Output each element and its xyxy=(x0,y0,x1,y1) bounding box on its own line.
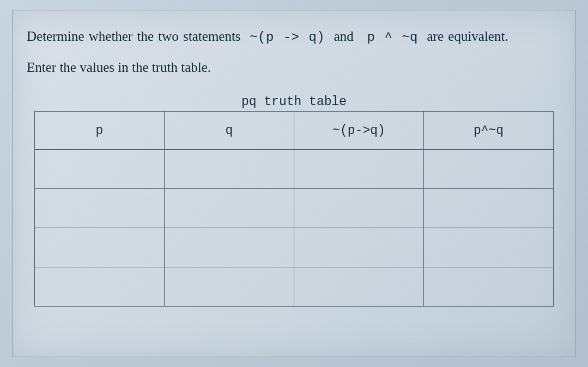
cell-input[interactable] xyxy=(294,189,424,228)
table-row xyxy=(35,267,554,307)
cell-input[interactable] xyxy=(424,228,554,267)
cell-input[interactable] xyxy=(165,228,294,267)
table-caption: pq truth table xyxy=(34,95,554,109)
truth-table-wrap: pq truth table p q ~(p->q) p^~q xyxy=(27,95,561,307)
question-part1: Determine whether the two statements xyxy=(27,29,241,44)
cell-input[interactable] xyxy=(424,150,554,189)
question-text: Determine whether the two statements ~(p… xyxy=(27,26,561,48)
cell-input[interactable] xyxy=(165,150,294,189)
table-row xyxy=(35,189,554,228)
col-header-not-impl: ~(p->q) xyxy=(294,112,424,150)
cell-input[interactable] xyxy=(294,150,424,189)
instruction-text: Enter the values in the truth table. xyxy=(27,60,561,75)
truth-table: p q ~(p->q) p^~q xyxy=(34,111,554,307)
col-header-p-and-notq: p^~q xyxy=(424,112,554,150)
cell-input[interactable] xyxy=(35,228,165,267)
cell-input[interactable] xyxy=(165,267,294,307)
cell-input[interactable] xyxy=(424,267,554,307)
question-middle: and xyxy=(334,29,354,44)
cell-input[interactable] xyxy=(165,189,294,228)
expression-2: p ^ ~q xyxy=(367,30,418,45)
expression-1: ~(p -> q) xyxy=(250,30,325,45)
cell-input[interactable] xyxy=(35,150,165,189)
cell-input[interactable] xyxy=(35,189,165,228)
question-panel: Determine whether the two statements ~(p… xyxy=(12,10,576,357)
col-header-q: q xyxy=(165,112,294,150)
cell-input[interactable] xyxy=(294,267,424,307)
cell-input[interactable] xyxy=(424,189,554,228)
table-header-row: p q ~(p->q) p^~q xyxy=(35,112,554,150)
cell-input[interactable] xyxy=(294,228,424,267)
table-row xyxy=(35,228,554,267)
table-row xyxy=(35,150,554,189)
question-part2: are equivalent. xyxy=(427,29,508,44)
col-header-p: p xyxy=(35,112,165,150)
cell-input[interactable] xyxy=(35,267,165,307)
